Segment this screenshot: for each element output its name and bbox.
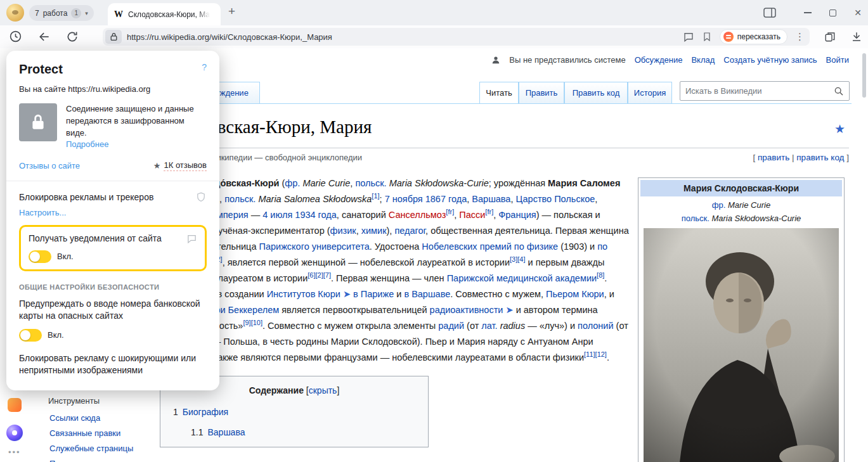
maximize-button[interactable] [829,10,836,16]
article-link[interactable]: 1867 года [425,194,467,204]
retell-button[interactable]: пересказать [720,29,787,44]
notifications-toggle[interactable] [29,250,51,263]
article-link[interactable]: химик [361,226,387,236]
download-icon[interactable] [851,30,862,43]
user-icon [491,56,500,65]
article-link[interactable]: 1934 года [295,210,337,220]
yandex-services-icon[interactable] [8,398,22,412]
article-link[interactable]: Нобелевских премий по физике [422,241,558,252]
search-icon[interactable] [834,86,844,96]
ref-marker[interactable]: [fr] [446,208,454,215]
profile-avatar[interactable] [6,4,24,22]
personal-contribs-link[interactable]: Вклад [691,55,715,65]
article-text: , [219,194,224,204]
tools-relatedchanges-link[interactable]: Связанные правки [49,428,133,438]
lock-icon [19,103,57,141]
wiki-search-input[interactable] [685,86,834,96]
protect-lock-button[interactable] [105,30,122,44]
tabs-panel-icon[interactable] [824,31,836,42]
article-link[interactable]: Парижского университета [259,241,370,252]
protect-help-link[interactable]: ? [202,62,207,72]
active-browser-tab[interactable]: W Склодовская-Кюри, Ма [108,3,221,25]
address-bar[interactable]: https://ru.wikipedia.org/wiki/Склодовска… [103,28,810,46]
minimize-button[interactable] [804,12,812,13]
lang-fr-link[interactable]: фр. [712,200,726,210]
article-link[interactable]: радиоактивности [430,305,503,315]
personal-login-link[interactable]: Войти [826,55,849,65]
ref-marker[interactable]: [fr] [485,208,493,215]
tab-group-chip[interactable]: 7 работа 1 ▾ [29,5,94,21]
portrait-photo [644,228,839,462]
ref-marker[interactable]: [3][4] [510,255,525,263]
close-button[interactable]: ✕ [854,8,862,17]
tab-history[interactable]: История [628,82,672,103]
tools-specialpages-link[interactable]: Служебные страницы [49,444,133,453]
retell-label: пересказать [737,32,781,41]
card-warning-toggle[interactable] [19,329,42,342]
article-redlink[interactable]: Санселльмоз [389,210,446,220]
article-link[interactable]: 4 июля [262,210,292,220]
history-icon[interactable] [9,30,22,43]
article-link[interactable]: Парижской медицинской академии [447,273,597,283]
edit-link[interactable]: править [758,153,789,162]
article-link[interactable]: физик [330,226,356,236]
tools-permalink-link[interactable]: Постоянная ссылка [49,459,133,462]
side-panel-icon[interactable] [763,8,776,18]
ref-marker[interactable]: [6][2][7] [308,271,331,279]
tab-read[interactable]: Читать [479,82,519,103]
configure-link[interactable]: Настроить... [19,208,66,217]
ref-marker[interactable]: [9][10] [243,319,262,326]
ref-marker[interactable]: [11][12] [584,350,607,358]
page-scrollbar[interactable] [862,53,866,98]
article-link[interactable]: 7 ноября [385,194,423,204]
article-link[interactable]: педагог [394,226,425,236]
lang-pl-link[interactable]: польск. [682,214,709,223]
alice-assistant-icon[interactable] [6,425,23,441]
article-link[interactable]: фр. [285,178,300,188]
article-link[interactable]: лат. [481,321,497,331]
article-link[interactable]: польск. [355,178,386,188]
reviews-count-text: 1К отзывов [164,160,207,171]
ref-marker[interactable]: [8] [597,271,604,279]
protect-site-line: Вы на сайте https://ru.wikipedia.org [19,84,207,94]
edit-code-link[interactable]: править код [796,153,844,162]
article-link[interactable]: полоний [578,321,614,331]
bracket: [ [753,153,755,162]
ref-marker[interactable]: [1] [372,192,379,200]
contents-item-link[interactable]: Биография [183,407,228,417]
comment-icon[interactable] [683,31,694,42]
watchlist-star-icon[interactable]: ★ [834,122,845,136]
article-link[interactable]: польск. [224,194,256,204]
contents-item-link[interactable]: Варшава [207,427,245,437]
article-link[interactable]: Варшава [472,194,510,204]
personal-create-account-link[interactable]: Создать учётную запись [723,55,817,65]
notifications-state: Вкл. [57,252,74,261]
site-reviews-link[interactable]: Отзывы о сайте [19,161,80,170]
personal-talk-link[interactable]: Обсуждение [635,55,683,65]
article-link[interactable]: Царство Польское [516,194,595,204]
new-tab-button[interactable]: + [228,4,235,18]
more-menu-icon[interactable]: ⋮ [795,31,805,42]
article-column: Мари́я Склодо́вская-Кюри́ (фр. Marie Cur… [160,176,629,447]
title-rule [160,148,849,148]
reviews-count[interactable]: ★ 1К отзывов [153,160,207,171]
back-button[interactable] [38,30,51,43]
tools-whatlinkshere-link[interactable]: Ссылки сюда [49,413,133,423]
contents-hide-link[interactable]: скрыть [309,385,337,395]
edit-links: [ править | править код ] [753,153,849,162]
tab-edit[interactable]: Править [519,82,564,103]
article-text: — [249,210,263,220]
article-link[interactable]: радий [438,321,464,331]
reload-icon[interactable] [66,30,79,43]
details-link[interactable]: Подробнее [66,139,108,149]
article-redlink[interactable]: Пасси [459,210,485,220]
article-link[interactable]: Институтов Кюри [267,289,340,299]
article-link[interactable]: в Париже [353,289,394,299]
article-link[interactable]: Пьером Кюри [546,289,604,299]
article-link[interactable]: Франция [498,210,536,220]
tab-edit-source[interactable]: Править код [564,82,628,103]
sidebar-more-icon[interactable]: ••• [8,447,21,457]
article-text: . [607,352,609,363]
article-link[interactable]: в Варшаве [404,289,450,299]
bookmark-flag-icon[interactable] [702,31,712,42]
